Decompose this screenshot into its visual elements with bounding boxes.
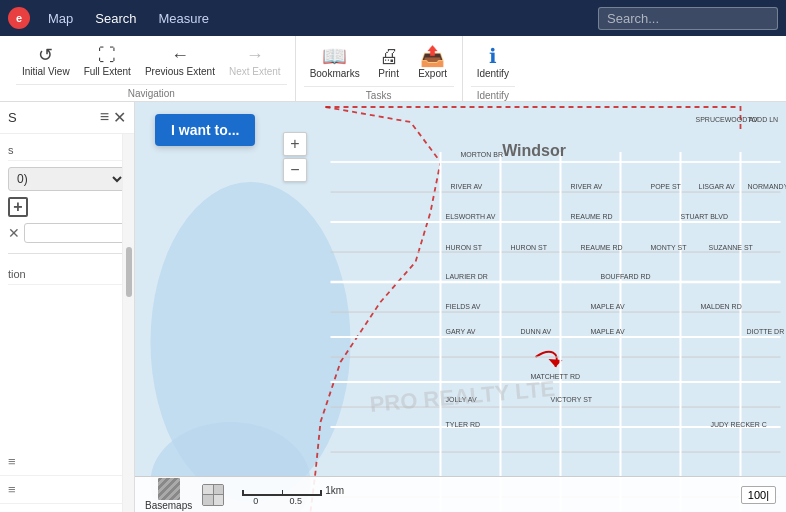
basemaps-button[interactable]: Basemaps [145, 478, 192, 511]
search-box-top [598, 7, 778, 30]
svg-text:VICTORY ST: VICTORY ST [551, 396, 593, 403]
svg-text:FIELDS AV: FIELDS AV [446, 303, 481, 310]
basemaps-label: Basemaps [145, 500, 192, 511]
toolbar-group-navigation: ↺ Initial View ⛶ Full Extent ← Previous … [8, 36, 296, 101]
scrollbar-thumb[interactable] [126, 247, 132, 297]
navigation-group-label: Navigation [16, 84, 287, 103]
bottom-item-1-icon: ≡ [8, 454, 16, 469]
basemap-thumbnail [158, 478, 180, 500]
svg-text:MORTON BR: MORTON BR [461, 151, 504, 158]
toolbar: ↺ Initial View ⛶ Full Extent ← Previous … [0, 36, 786, 102]
print-button[interactable]: 🖨 Print [368, 42, 410, 83]
map-thumbnail[interactable] [202, 484, 224, 506]
panel-close-icon[interactable]: ✕ [113, 108, 126, 127]
svg-text:RIVER AV: RIVER AV [571, 183, 603, 190]
nav-measure[interactable]: Measure [149, 7, 220, 30]
next-extent-icon: → [246, 46, 264, 64]
export-icon: 📤 [420, 46, 445, 66]
svg-text:HURON ST: HURON ST [511, 244, 548, 251]
initial-view-icon: ↺ [38, 46, 53, 64]
scale-bar: 1km 0 0.5 [242, 484, 344, 506]
map-svg: MORTON BR SPRUCEWOOD AV TODD LN RIVER AV… [135, 102, 786, 512]
svg-text:LAURIER DR: LAURIER DR [446, 273, 488, 280]
svg-text:REAUME RD: REAUME RD [571, 213, 613, 220]
identify-button[interactable]: ℹ Identify [471, 42, 515, 83]
toolbar-group-identify: ℹ Identify Identify [463, 36, 523, 101]
svg-text:GARY AV: GARY AV [446, 328, 476, 335]
zoom-controls: + − [283, 132, 307, 182]
previous-extent-button[interactable]: ← Previous Extent [139, 42, 221, 81]
svg-text:LISGAR AV: LISGAR AV [699, 183, 735, 190]
svg-text:MAPLE AV: MAPLE AV [591, 303, 625, 310]
print-icon: 🖨 [379, 46, 399, 66]
full-extent-button[interactable]: ⛶ Full Extent [78, 42, 137, 81]
scale-label-0: 0 [253, 496, 258, 506]
full-extent-icon: ⛶ [98, 46, 116, 64]
panel-menu-icon[interactable]: ≡ [100, 108, 109, 127]
scale-label-half: 0.5 [289, 496, 302, 506]
svg-text:MALDEN RD: MALDEN RD [701, 303, 742, 310]
panel-title: S [8, 110, 17, 125]
zoom-out-button[interactable]: − [283, 158, 307, 182]
logo-icon: e [8, 7, 30, 29]
add-button[interactable]: + [8, 197, 28, 217]
bookmarks-icon: 📖 [322, 46, 347, 66]
svg-text:BOUFFARD RD: BOUFFARD RD [601, 273, 651, 280]
svg-text:NORMANDY ST: NORMANDY ST [748, 183, 787, 190]
search-input[interactable] [598, 7, 778, 30]
bookmarks-label: Bookmarks [310, 68, 360, 79]
svg-text:SUZANNE ST: SUZANNE ST [709, 244, 754, 251]
next-extent-label: Next Extent [229, 66, 281, 77]
svg-text:DIOTTE DR: DIOTTE DR [747, 328, 785, 335]
previous-extent-label: Previous Extent [145, 66, 215, 77]
info-icon: 100| [748, 489, 769, 501]
top-navigation: Map Search Measure [38, 7, 598, 30]
info-badge[interactable]: 100| [741, 486, 776, 504]
print-label: Print [378, 68, 399, 79]
filter-input[interactable] [24, 223, 134, 243]
bottom-item-2-icon: ≡ [8, 482, 16, 497]
top-bar: e Map Search Measure [0, 0, 786, 36]
panel-controls: ≡ ✕ [100, 108, 126, 127]
svg-text:JUDY RECKER C: JUDY RECKER C [711, 421, 767, 428]
scrollbar[interactable] [122, 134, 134, 512]
left-panel: ‹ S ≡ ✕ s › 0) + ✕ [0, 102, 135, 512]
initial-view-button[interactable]: ↺ Initial View [16, 42, 76, 81]
toolbar-group-tasks: 📖 Bookmarks 🖨 Print 📤 Export Tasks [296, 36, 463, 101]
identify-label: Identify [477, 68, 509, 79]
svg-text:TODD LN: TODD LN [748, 116, 779, 123]
i-want-to-button[interactable]: I want to... [155, 114, 255, 146]
export-label: Export [418, 68, 447, 79]
panel-header: S ≡ ✕ [0, 102, 134, 134]
initial-view-label: Initial View [22, 66, 70, 77]
svg-text:RIVER AV: RIVER AV [451, 183, 483, 190]
identify-icon: ℹ [489, 46, 497, 66]
main-area: ‹ S ≡ ✕ s › 0) + ✕ [0, 102, 786, 512]
panel-section-tion[interactable]: tion [8, 264, 126, 285]
panel-content: s › 0) + ✕ Filter tion [0, 134, 134, 512]
export-button[interactable]: 📤 Export [412, 42, 454, 83]
zoom-in-button[interactable]: + [283, 132, 307, 156]
bookmarks-button[interactable]: 📖 Bookmarks [304, 42, 366, 83]
panel-bottom-item-2[interactable]: ≡ [0, 476, 122, 504]
filter-row: ✕ Filter [8, 223, 126, 243]
panel-bottom-items: ≡ ≡ [0, 448, 122, 504]
basemap-bar: Basemaps 1km 0 [135, 476, 786, 512]
svg-text:MONTY ST: MONTY ST [651, 244, 688, 251]
svg-text:HURON ST: HURON ST [446, 244, 483, 251]
svg-text:TYLER RD: TYLER RD [446, 421, 481, 428]
svg-text:ELSWORTH AV: ELSWORTH AV [446, 213, 496, 220]
full-extent-label: Full Extent [84, 66, 131, 77]
map-area[interactable]: + − I want to... Windsor [135, 102, 786, 512]
nav-search[interactable]: Search [85, 7, 146, 30]
panel-bottom-item-1[interactable]: ≡ [0, 448, 122, 476]
filter-clear-icon[interactable]: ✕ [8, 225, 20, 241]
svg-text:POPE ST: POPE ST [651, 183, 682, 190]
panel-select[interactable]: 0) [8, 167, 126, 191]
panel-section-s[interactable]: s › [8, 140, 126, 161]
windsor-label: Windsor [502, 142, 566, 160]
next-extent-button[interactable]: → Next Extent [223, 42, 287, 81]
nav-map[interactable]: Map [38, 7, 83, 30]
svg-text:REAUME RD: REAUME RD [581, 244, 623, 251]
logo-area: e [8, 7, 30, 29]
